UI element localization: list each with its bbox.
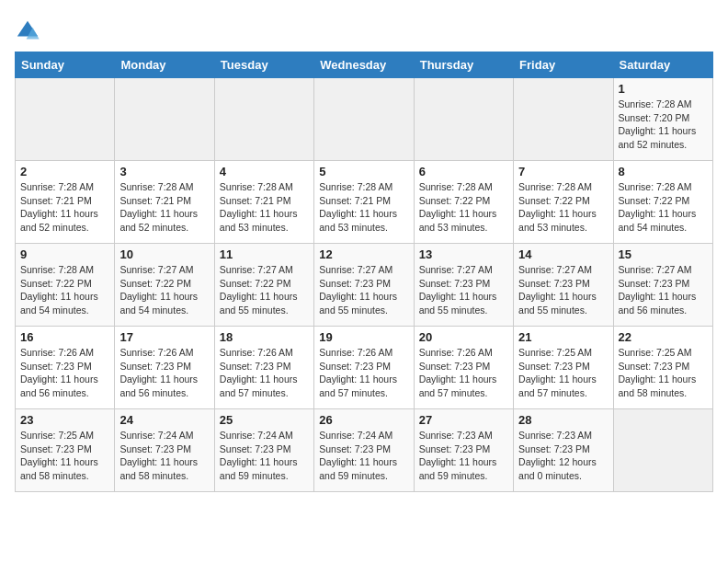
day-info: Sunrise: 7:23 AMSunset: 7:23 PMDaylight:… <box>518 429 608 483</box>
logo-icon <box>15 18 40 44</box>
day-info: Sunrise: 7:28 AMSunset: 7:21 PMDaylight:… <box>319 180 408 235</box>
day-number: 24 <box>119 413 209 427</box>
day-number: 6 <box>419 165 508 178</box>
day-number: 11 <box>220 247 309 261</box>
calendar-cell: 5Sunrise: 7:28 AMSunset: 7:21 PMDaylight… <box>314 161 414 244</box>
calendar-cell: 17Sunrise: 7:26 AMSunset: 7:23 PMDayligh… <box>115 327 214 409</box>
day-info: Sunrise: 7:28 AMSunset: 7:22 PMDaylight:… <box>20 263 109 317</box>
day-info: Sunrise: 7:26 AMSunset: 7:23 PMDaylight:… <box>419 346 508 400</box>
calendar-cell: 10Sunrise: 7:27 AMSunset: 7:22 PMDayligh… <box>115 244 214 327</box>
day-info: Sunrise: 7:27 AMSunset: 7:23 PMDaylight:… <box>619 263 708 317</box>
day-info: Sunrise: 7:26 AMSunset: 7:23 PMDaylight:… <box>20 346 109 400</box>
calendar-cell: 11Sunrise: 7:27 AMSunset: 7:22 PMDayligh… <box>214 244 313 327</box>
calendar-table: SundayMondayTuesdayWednesdayThursdayFrid… <box>15 52 713 492</box>
day-number: 13 <box>419 247 508 261</box>
calendar-cell: 20Sunrise: 7:26 AMSunset: 7:23 PMDayligh… <box>414 327 513 409</box>
calendar-cell <box>514 78 613 161</box>
calendar-cell: 24Sunrise: 7:24 AMSunset: 7:23 PMDayligh… <box>115 409 214 492</box>
calendar-cell: 7Sunrise: 7:28 AMSunset: 7:22 PMDaylight… <box>514 161 613 244</box>
calendar-cell: 12Sunrise: 7:27 AMSunset: 7:23 PMDayligh… <box>314 244 414 327</box>
logo <box>15 18 44 44</box>
day-info: Sunrise: 7:25 AMSunset: 7:23 PMDaylight:… <box>619 346 708 400</box>
calendar-cell <box>613 409 712 492</box>
calendar-cell: 13Sunrise: 7:27 AMSunset: 7:23 PMDayligh… <box>414 244 513 327</box>
calendar-cell: 18Sunrise: 7:26 AMSunset: 7:23 PMDayligh… <box>214 327 313 409</box>
day-number: 16 <box>20 330 109 344</box>
day-number: 4 <box>220 165 309 178</box>
weekday-header-wednesday: Wednesday <box>314 52 414 78</box>
day-info: Sunrise: 7:28 AMSunset: 7:21 PMDaylight:… <box>220 180 309 235</box>
day-number: 26 <box>319 413 408 427</box>
day-info: Sunrise: 7:25 AMSunset: 7:23 PMDaylight:… <box>20 429 109 483</box>
calendar-cell <box>314 78 414 161</box>
day-number: 27 <box>419 413 508 427</box>
day-number: 22 <box>619 330 708 344</box>
calendar-cell <box>16 78 115 161</box>
calendar-header: SundayMondayTuesdayWednesdayThursdayFrid… <box>16 52 713 78</box>
day-number: 8 <box>619 165 708 178</box>
day-number: 28 <box>518 413 608 427</box>
day-info: Sunrise: 7:27 AMSunset: 7:23 PMDaylight:… <box>319 263 408 317</box>
day-info: Sunrise: 7:28 AMSunset: 7:22 PMDaylight:… <box>518 180 608 235</box>
day-info: Sunrise: 7:28 AMSunset: 7:22 PMDaylight:… <box>419 180 508 235</box>
calendar-cell: 23Sunrise: 7:25 AMSunset: 7:23 PMDayligh… <box>16 409 115 492</box>
day-number: 15 <box>619 247 708 261</box>
day-info: Sunrise: 7:23 AMSunset: 7:23 PMDaylight:… <box>419 429 508 483</box>
weekday-header-tuesday: Tuesday <box>214 52 313 78</box>
day-info: Sunrise: 7:27 AMSunset: 7:22 PMDaylight:… <box>119 263 209 317</box>
day-number: 7 <box>518 165 608 178</box>
day-number: 25 <box>220 413 309 427</box>
day-number: 23 <box>20 413 109 427</box>
calendar-cell: 2Sunrise: 7:28 AMSunset: 7:21 PMDaylight… <box>16 161 115 244</box>
day-number: 19 <box>319 330 408 344</box>
weekday-header-sunday: Sunday <box>16 52 115 78</box>
page-header <box>15 15 713 44</box>
calendar-cell: 25Sunrise: 7:24 AMSunset: 7:23 PMDayligh… <box>214 409 313 492</box>
calendar-cell <box>214 78 313 161</box>
weekday-header-saturday: Saturday <box>613 52 712 78</box>
calendar-cell: 14Sunrise: 7:27 AMSunset: 7:23 PMDayligh… <box>514 244 613 327</box>
calendar-cell: 8Sunrise: 7:28 AMSunset: 7:22 PMDaylight… <box>613 161 712 244</box>
calendar-cell: 28Sunrise: 7:23 AMSunset: 7:23 PMDayligh… <box>514 409 613 492</box>
day-number: 21 <box>518 330 608 344</box>
day-number: 2 <box>20 165 109 178</box>
calendar-cell: 22Sunrise: 7:25 AMSunset: 7:23 PMDayligh… <box>613 327 712 409</box>
day-info: Sunrise: 7:28 AMSunset: 7:21 PMDaylight:… <box>119 180 209 235</box>
calendar-cell: 9Sunrise: 7:28 AMSunset: 7:22 PMDaylight… <box>16 244 115 327</box>
weekday-header-thursday: Thursday <box>414 52 513 78</box>
day-number: 20 <box>419 330 508 344</box>
day-info: Sunrise: 7:25 AMSunset: 7:23 PMDaylight:… <box>518 346 608 400</box>
day-info: Sunrise: 7:26 AMSunset: 7:23 PMDaylight:… <box>220 346 309 400</box>
day-number: 9 <box>20 247 109 261</box>
weekday-header-friday: Friday <box>514 52 613 78</box>
calendar-cell: 6Sunrise: 7:28 AMSunset: 7:22 PMDaylight… <box>414 161 513 244</box>
day-info: Sunrise: 7:28 AMSunset: 7:22 PMDaylight:… <box>619 180 708 235</box>
calendar-cell: 27Sunrise: 7:23 AMSunset: 7:23 PMDayligh… <box>414 409 513 492</box>
day-info: Sunrise: 7:26 AMSunset: 7:23 PMDaylight:… <box>119 346 209 400</box>
day-number: 5 <box>319 165 408 178</box>
day-info: Sunrise: 7:26 AMSunset: 7:23 PMDaylight:… <box>319 346 408 400</box>
day-info: Sunrise: 7:28 AMSunset: 7:20 PMDaylight:… <box>619 98 708 152</box>
day-number: 17 <box>119 330 209 344</box>
calendar-cell: 15Sunrise: 7:27 AMSunset: 7:23 PMDayligh… <box>613 244 712 327</box>
day-number: 18 <box>220 330 309 344</box>
calendar-cell: 4Sunrise: 7:28 AMSunset: 7:21 PMDaylight… <box>214 161 313 244</box>
day-info: Sunrise: 7:27 AMSunset: 7:23 PMDaylight:… <box>518 263 608 317</box>
day-info: Sunrise: 7:24 AMSunset: 7:23 PMDaylight:… <box>319 429 408 483</box>
day-info: Sunrise: 7:27 AMSunset: 7:23 PMDaylight:… <box>419 263 508 317</box>
calendar-cell: 19Sunrise: 7:26 AMSunset: 7:23 PMDayligh… <box>314 327 414 409</box>
calendar-cell: 1Sunrise: 7:28 AMSunset: 7:20 PMDaylight… <box>613 78 712 161</box>
weekday-header-monday: Monday <box>115 52 214 78</box>
day-info: Sunrise: 7:28 AMSunset: 7:21 PMDaylight:… <box>20 180 109 235</box>
day-number: 3 <box>119 165 209 178</box>
day-info: Sunrise: 7:24 AMSunset: 7:23 PMDaylight:… <box>119 429 209 483</box>
calendar-cell: 21Sunrise: 7:25 AMSunset: 7:23 PMDayligh… <box>514 327 613 409</box>
day-info: Sunrise: 7:27 AMSunset: 7:22 PMDaylight:… <box>220 263 309 317</box>
calendar-cell: 3Sunrise: 7:28 AMSunset: 7:21 PMDaylight… <box>115 161 214 244</box>
calendar-cell: 16Sunrise: 7:26 AMSunset: 7:23 PMDayligh… <box>16 327 115 409</box>
calendar-cell <box>115 78 214 161</box>
day-number: 12 <box>319 247 408 261</box>
day-number: 1 <box>619 82 708 96</box>
calendar-cell: 26Sunrise: 7:24 AMSunset: 7:23 PMDayligh… <box>314 409 414 492</box>
day-number: 14 <box>518 247 608 261</box>
